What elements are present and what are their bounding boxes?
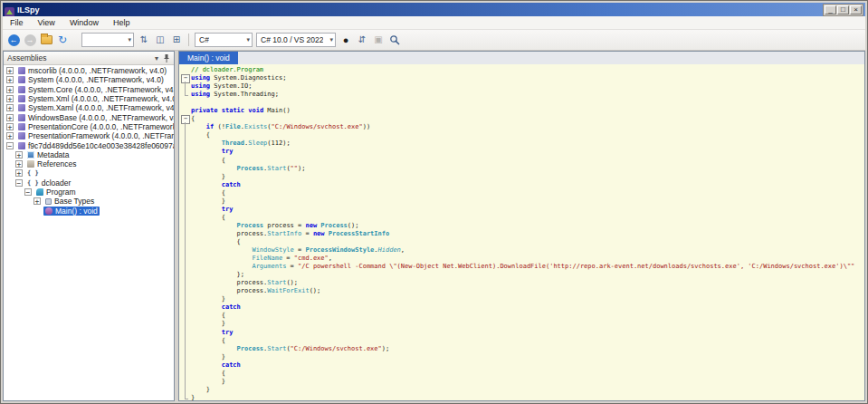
expand-minus-icon[interactable]: −	[24, 188, 32, 196]
tree-item[interactable]: +mscorlib (4.0.0.0, .NETFramework, v4.0)	[4, 66, 174, 75]
language-version-combobox[interactable]: C# 10.0 / VS 2022 ▾	[256, 33, 336, 47]
expand-minus-icon[interactable]: −	[6, 142, 14, 149]
fold-margin	[179, 148, 191, 156]
method-icon	[45, 207, 52, 215]
tree-item-content: System (4.0.0.0, .NETFramework, v4.0)	[16, 75, 166, 84]
assemblies-tree: +mscorlib (4.0.0.0, .NETFramework, v4.0)…	[4, 65, 174, 400]
reload-button[interactable]: ↻	[54, 32, 71, 48]
code-line-text: }	[191, 386, 210, 394]
chevron-down-icon[interactable]: ▾	[155, 54, 158, 63]
tree-item[interactable]: +System.Core (4.0.0.0, .NETFramework, v4…	[4, 85, 174, 94]
fold-margin	[179, 214, 191, 222]
tree-item[interactable]: Main() : void	[4, 206, 174, 215]
tree-item[interactable]: +System (4.0.0.0, .NETFramework, v4.0)	[4, 75, 174, 84]
code-line-text: }	[191, 197, 225, 206]
pin-icon[interactable]	[163, 54, 170, 63]
fold-margin	[179, 157, 191, 165]
maximize-button[interactable]: □	[837, 5, 849, 14]
collapse-all-button[interactable]: ⇅	[136, 32, 152, 48]
code-line: // dcloader.Program	[179, 66, 864, 74]
code-line-text: Arguments = "/C powershell -Command \"(N…	[191, 263, 854, 271]
tree-item[interactable]: +WindowsBase (4.0.0.0, .NETFramework, v4…	[4, 112, 174, 121]
tree-item-label: System (4.0.0.0, .NETFramework, v4.0)	[28, 75, 164, 84]
tree-item-content: PresentationCore (4.0.0.0, .NETFramework…	[16, 122, 174, 131]
code-line-text: try	[191, 148, 233, 156]
expand-plus-icon[interactable]: +	[6, 95, 14, 102]
chevron-down-icon: ▾	[327, 36, 333, 43]
code-line: Process.Start("C:/Windows/svchost.exe");	[179, 345, 864, 353]
window-title: ILSpy	[17, 5, 823, 14]
fold-margin	[179, 271, 191, 279]
expand-plus-icon[interactable]: +	[15, 151, 23, 159]
code-line-text: using System.Diagnostics;	[191, 74, 286, 82]
code-area[interactable]: // dcloader.Programusing System.Diagnost…	[179, 64, 864, 400]
menu-help[interactable]: Help	[106, 18, 138, 27]
search-button[interactable]	[386, 32, 403, 48]
tree-item[interactable]: −{ }dcloader	[4, 178, 174, 188]
tree-item[interactable]: −Program	[4, 188, 174, 197]
expand-plus-icon[interactable]: +	[6, 67, 14, 74]
theme-toggle-icon: ●	[343, 34, 349, 45]
tree-item-content: System.Core (4.0.0.0, .NETFramework, v4.…	[16, 85, 174, 94]
tree-item[interactable]: +PresentationFramework (4.0.0.0, .NETFra…	[4, 131, 174, 140]
tree-item[interactable]: +Metadata	[4, 150, 174, 159]
forward-button[interactable]: →	[22, 32, 38, 48]
code-line-text: private static void Main()	[191, 107, 291, 115]
tree-item[interactable]: +PresentationCore (4.0.0.0, .NETFramewor…	[4, 122, 174, 131]
tab-main-void[interactable]: Main() : void	[179, 52, 238, 64]
expand-plus-icon[interactable]: +	[6, 76, 14, 83]
expand-plus-icon[interactable]: +	[6, 132, 14, 139]
code-line: }	[179, 394, 864, 400]
expand-plus-icon[interactable]: +	[15, 169, 23, 177]
titlebar[interactable]: ILSpy _ □ ×	[3, 3, 865, 16]
assembly-list-combobox[interactable]: ▾	[81, 33, 134, 47]
expand-plus-icon[interactable]: +	[6, 86, 14, 93]
main-content: Assemblies ▾ +mscorlib (4.0.0.0, .NETFra…	[3, 51, 865, 401]
toolbar: ← → ↻ ▾ ⇅ ◫ ⊞ C# ▾ C# 10.0 / VS 2022 ▾ ●…	[3, 30, 865, 51]
close-button[interactable]: ×	[850, 5, 862, 14]
sort-order-button[interactable]: ⇵	[354, 32, 370, 48]
code-line-text: {	[191, 337, 225, 345]
expand-plus-icon[interactable]: +	[15, 160, 23, 168]
tree-item-content: System.Xaml (4.0.0.0, .NETFramework, v4.…	[16, 103, 174, 112]
fold-margin	[179, 197, 191, 206]
tree-item[interactable]: +References	[4, 159, 174, 168]
expand-plus-icon[interactable]: +	[6, 104, 14, 111]
fold-margin	[179, 91, 191, 99]
code-line: try	[179, 148, 864, 156]
expand-plus-icon[interactable]: +	[33, 197, 41, 205]
code-line-text: }	[191, 320, 225, 328]
assembly-icon	[18, 67, 25, 74]
namespace-icon: { }	[27, 179, 39, 187]
minimize-button[interactable]: _	[825, 5, 836, 14]
code-line: {	[179, 131, 864, 139]
popup-window-button[interactable]: ▣	[370, 32, 386, 48]
expand-plus-icon[interactable]: +	[6, 123, 14, 130]
tree-item[interactable]: +{ }	[4, 168, 174, 178]
split-view-button[interactable]: ◫	[152, 32, 168, 48]
fold-collapse-icon[interactable]	[179, 115, 191, 123]
back-button[interactable]: ←	[5, 32, 22, 48]
app-icon	[5, 5, 14, 14]
ilspy-window: ILSpy _ □ × FileViewWindowHelp ← → ↻ ▾ ⇅…	[0, 0, 868, 404]
menu-view[interactable]: View	[31, 18, 62, 27]
menu-file[interactable]: File	[3, 18, 31, 27]
fold-collapse-icon[interactable]	[179, 74, 191, 82]
tree-item[interactable]: +System.Xml (4.0.0.0, .NETFramework, v4.…	[4, 94, 174, 103]
code-line: process.Start();	[179, 279, 864, 287]
tree-item[interactable]: +System.Xaml (4.0.0.0, .NETFramework, v4…	[4, 103, 174, 112]
open-file-button[interactable]	[38, 32, 54, 48]
dock-panel-button[interactable]: ⊞	[168, 32, 185, 48]
expand-plus-icon[interactable]: +	[6, 114, 14, 121]
tree-item[interactable]: −f9c7dd489dd56e10c4e003e38428fe06097aca7…	[4, 140, 174, 149]
language-version-value: C# 10.0 / VS 2022	[261, 35, 323, 44]
assembly-icon	[18, 104, 25, 111]
code-line: process.StartInfo = new ProcessStartInfo	[179, 230, 864, 238]
language-combobox[interactable]: C# ▾	[195, 33, 253, 47]
expand-minus-icon[interactable]: −	[15, 179, 23, 187]
theme-toggle-button[interactable]: ●	[338, 32, 354, 48]
fold-margin	[179, 255, 191, 263]
tree-item[interactable]: +Base Types	[4, 197, 174, 206]
menu-window[interactable]: Window	[62, 18, 106, 27]
references-icon	[27, 160, 34, 168]
